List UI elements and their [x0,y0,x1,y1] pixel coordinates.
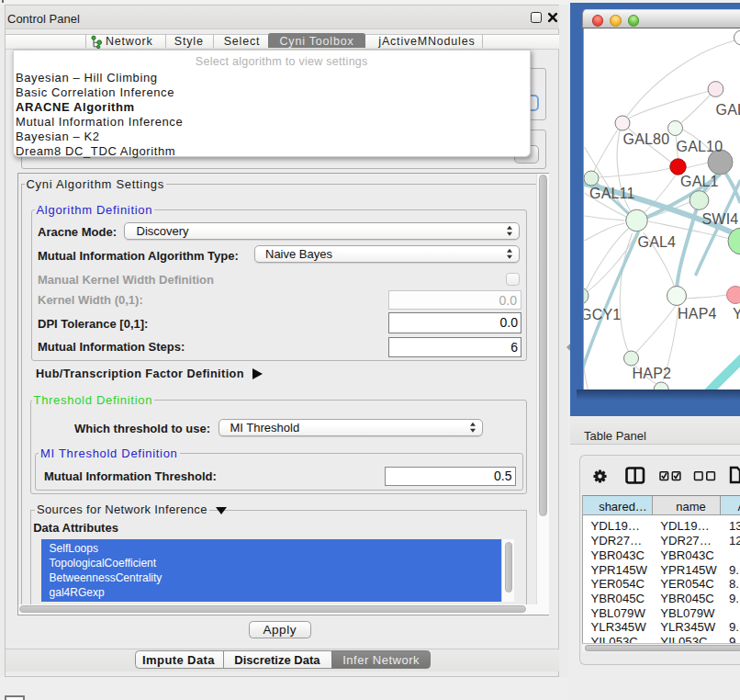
svg-text:GCY1: GCY1 [584,307,621,322]
svg-text:SWI4: SWI4 [701,211,738,227]
svg-text:GAL10: GAL10 [676,139,723,154]
svg-text:YM: YM [733,306,740,322]
svg-text:GAL11: GAL11 [589,186,635,201]
svg-text:GAL7: GAL7 [715,102,740,118]
svg-text:HAP2: HAP2 [632,366,671,381]
svg-text:GAL4: GAL4 [637,234,676,250]
svg-text:HAP4: HAP4 [678,306,717,322]
svg-text:GAL80: GAL80 [622,131,669,147]
svg-text:GAL1: GAL1 [680,174,719,189]
